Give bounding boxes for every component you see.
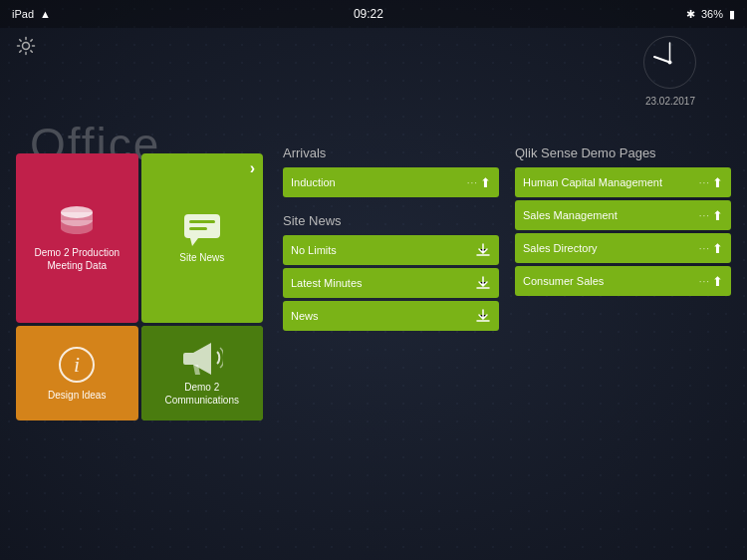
settings-button[interactable] [12, 32, 40, 60]
battery-label: 36% [701, 8, 723, 20]
download-icon-2 [475, 275, 491, 291]
qlik-dots-1: ··· [699, 177, 710, 188]
arrivals-induction-icons: ··· ⬆ [467, 175, 491, 190]
tile-design-ideas[interactable]: i Design Ideas [16, 326, 138, 420]
svg-marker-13 [190, 238, 198, 246]
tiles-grid: Demo 2 Production Meeting Data › Site Ne… [16, 153, 263, 560]
site-news-title: Site News [283, 213, 499, 228]
chat-icon [182, 212, 222, 246]
megaphone-icon [181, 340, 223, 376]
qlik-dots-2: ··· [699, 210, 710, 221]
tile-demo-production[interactable]: Demo 2 Production Meeting Data [16, 153, 138, 323]
info-icon: i [58, 346, 96, 384]
status-time: 09:22 [354, 7, 383, 21]
wifi-icon: ▲ [40, 8, 51, 20]
qlik-upload-1: ⬆ [712, 175, 723, 190]
clock [642, 35, 697, 90]
svg-line-2 [654, 57, 670, 63]
qlik-sales-dir-icons: ··· ⬆ [699, 241, 723, 256]
qlik-dots-4: ··· [699, 276, 710, 287]
site-news-section: Site News No Limits Latest Minutes News [283, 213, 499, 331]
device-label: iPad [12, 8, 34, 20]
site-news-item-news[interactable]: News [283, 301, 499, 331]
site-news-news-label: News [291, 310, 319, 322]
battery-icon: ▮ [729, 8, 735, 21]
qlik-sales-dir-item[interactable]: Sales Directory ··· ⬆ [515, 233, 731, 263]
tile-demo-communications[interactable]: Demo 2 Communications [141, 326, 264, 420]
qlik-hcm-icons: ··· ⬆ [699, 175, 723, 190]
tile-demo-production-label: Demo 2 Production Meeting Data [22, 246, 132, 272]
tile-demo-communications-label: Demo 2 Communications [147, 381, 258, 407]
qlik-sales-mgmt-item[interactable]: Sales Management ··· ⬆ [515, 200, 731, 230]
status-left: iPad ▲ [12, 8, 51, 20]
app-layout: Demo 2 Production Meeting Data › Site Ne… [0, 28, 747, 560]
arrivals-item-induction[interactable]: Induction ··· ⬆ [283, 167, 499, 197]
upload-icon: ⬆ [480, 175, 491, 190]
qlik-hcm-label: Human Capital Management [523, 176, 662, 188]
download-icon-3 [475, 308, 491, 324]
svg-point-0 [23, 43, 30, 50]
status-right: ✱ 36% ▮ [686, 8, 735, 21]
svg-point-4 [668, 61, 672, 65]
site-news-minutes-label: Latest Minutes [291, 277, 363, 289]
dots-icon: ··· [467, 177, 478, 188]
qlik-sales-dir-label: Sales Directory [523, 242, 598, 254]
qlik-upload-4: ⬆ [712, 274, 723, 289]
left-column: Demo 2 Production Meeting Data › Site Ne… [16, 153, 263, 544]
site-news-item-nolimits[interactable]: No Limits [283, 235, 499, 265]
svg-text:i: i [74, 352, 80, 377]
download-icon [475, 242, 491, 258]
tile-site-news-label: Site News [179, 251, 224, 264]
qlik-sense-title: Qlik Sense Demo Pages [515, 145, 731, 160]
site-news-nolimits-label: No Limits [291, 244, 337, 256]
site-news-nolimits-icons [475, 242, 491, 258]
arrivals-title: Arrivals [283, 145, 499, 160]
qlik-upload-2: ⬆ [712, 208, 723, 223]
qlik-consumer-label: Consumer Sales [523, 275, 604, 287]
tile-site-news[interactable]: › Site News [141, 153, 264, 323]
arrivals-induction-label: Induction [291, 176, 336, 188]
qlik-sales-mgmt-icons: ··· ⬆ [699, 208, 723, 223]
qlik-consumer-icons: ··· ⬆ [699, 274, 723, 289]
site-news-item-minutes[interactable]: Latest Minutes [283, 268, 499, 298]
qlik-consumer-item[interactable]: Consumer Sales ··· ⬆ [515, 266, 731, 296]
svg-rect-15 [189, 227, 207, 230]
status-bar: iPad ▲ 09:22 ✱ 36% ▮ [0, 0, 747, 28]
tile-site-news-arrow: › [250, 159, 255, 177]
qlik-dots-3: ··· [699, 243, 710, 254]
arrivals-sitenews-block: Arrivals Induction ··· ⬆ Site News No Li… [283, 145, 499, 334]
arrivals-section: Arrivals Induction ··· ⬆ [283, 145, 499, 197]
svg-rect-12 [184, 214, 220, 238]
date-label: 23.02.2017 [645, 96, 695, 107]
qlik-upload-3: ⬆ [712, 241, 723, 256]
right-column: Arrivals Induction ··· ⬆ Site News No Li… [263, 145, 731, 544]
bluetooth-icon: ✱ [686, 8, 695, 21]
tile-design-ideas-label: Design Ideas [48, 389, 106, 402]
qlik-sense-block: Qlik Sense Demo Pages Human Capital Mana… [515, 145, 731, 299]
qlik-hcm-item[interactable]: Human Capital Management ··· ⬆ [515, 167, 731, 197]
database-icon [55, 205, 99, 241]
site-news-news-icons [475, 308, 491, 324]
svg-rect-14 [189, 220, 215, 223]
site-news-minutes-icons [475, 275, 491, 291]
qlik-sales-mgmt-label: Sales Management [523, 209, 618, 221]
